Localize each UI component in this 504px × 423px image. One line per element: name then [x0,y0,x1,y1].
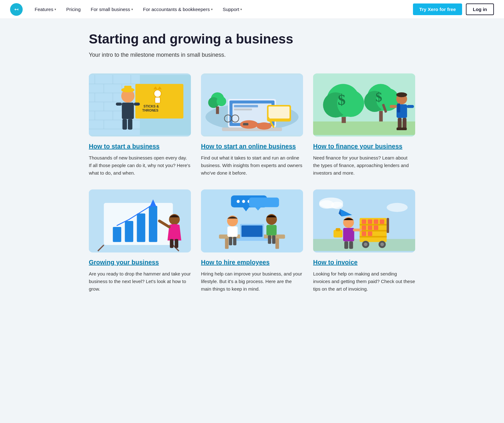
svg-point-53 [256,123,272,130]
main-navigation: Features ▾ Pricing For small business ▾ … [0,0,504,19]
svg-rect-51 [216,107,219,114]
card-link-online-business[interactable]: How to start an online business [201,142,303,150]
card-desc-finance: Need finance for your business? Learn ab… [313,154,415,177]
svg-rect-37 [128,119,132,130]
svg-rect-77 [398,118,402,128]
card-image-finance: $ $ [313,73,415,136]
svg-rect-116 [272,235,275,244]
card-image-growing [89,189,191,252]
card-image-invoice [313,189,415,252]
svg-rect-112 [233,237,236,246]
card-growing: Growing your business Are you ready to d… [89,189,191,293]
svg-rect-128 [368,220,372,224]
card-desc-online-business: Find out what it takes to start and run … [201,154,303,177]
svg-rect-131 [362,226,366,230]
nav-accountants[interactable]: For accountants & bookkeepers ▾ [139,4,217,14]
card-start-business: STICKS & THRONES How to s [89,73,191,177]
svg-rect-74 [397,104,400,113]
svg-rect-79 [397,128,402,130]
svg-rect-32 [124,86,131,90]
xero-logo[interactable] [10,3,23,16]
svg-rect-135 [368,232,372,236]
page-subtitle: Your intro to the milestone moments in s… [89,52,415,58]
svg-rect-147 [349,241,353,249]
nav-small-business[interactable]: For small business ▾ [86,4,137,14]
svg-rect-124 [360,224,387,226]
card-hire: How to hire employees Hiring help can im… [201,189,303,293]
nav-pricing[interactable]: Pricing [62,4,85,14]
card-link-start-business[interactable]: How to start a business [89,142,191,150]
card-desc-growing: Are you ready to drop the hammer and tak… [89,270,191,293]
svg-rect-93 [170,239,173,248]
chevron-down-icon: ▾ [131,8,133,11]
card-invoice: How to invoice Looking for help on makin… [313,189,415,293]
svg-rect-133 [374,226,378,230]
login-button[interactable]: Log in [466,3,494,15]
svg-rect-75 [390,105,397,108]
card-desc-start-business: Thousands of new businesses open every d… [89,154,191,177]
svg-rect-134 [362,232,366,236]
svg-rect-107 [242,226,263,237]
svg-text:$: $ [338,91,346,108]
svg-rect-44 [234,109,252,111]
svg-rect-129 [374,220,378,224]
svg-rect-104 [225,239,228,249]
svg-point-26 [154,90,161,97]
svg-rect-34 [116,103,122,106]
svg-rect-108 [234,239,270,241]
card-image-online-business [201,73,303,136]
svg-rect-130 [380,220,384,224]
card-link-growing[interactable]: Growing your business [89,258,191,266]
svg-rect-111 [229,237,232,246]
nav-features[interactable]: Features ▾ [30,4,60,14]
svg-rect-47 [268,107,289,119]
svg-rect-84 [113,227,121,242]
svg-rect-76 [407,105,414,108]
svg-point-137 [364,243,367,246]
try-xero-button[interactable]: Try Xero for free [413,3,462,15]
svg-rect-94 [175,239,178,248]
svg-text:STICKS &: STICKS & [143,105,159,108]
svg-rect-43 [234,105,258,107]
nav-links: Features ▾ Pricing For small business ▾ … [30,4,413,14]
svg-point-120 [331,202,343,209]
svg-rect-86 [137,213,145,242]
svg-rect-127 [362,220,366,224]
card-image-start-business: STICKS & THRONES [89,73,191,136]
card-link-finance[interactable]: How to finance your business [313,142,415,150]
svg-point-50 [217,97,226,106]
card-image-hire [201,189,303,252]
svg-rect-35 [134,103,140,106]
svg-rect-126 [360,236,387,238]
svg-text:THRONES: THRONES [142,109,158,112]
svg-point-139 [380,243,384,246]
svg-rect-114 [266,225,277,235]
card-desc-invoice: Looking for help on making and sending i… [313,270,415,293]
svg-text:$: $ [375,90,382,104]
card-finance: $ $ [313,73,415,177]
svg-point-98 [237,200,240,203]
chevron-down-icon: ▾ [240,8,242,11]
main-content: Starting and growing a business Your int… [79,19,425,318]
svg-rect-27 [155,97,160,103]
svg-rect-132 [368,226,372,230]
svg-point-121 [387,203,408,212]
svg-rect-80 [401,128,407,130]
card-link-invoice[interactable]: How to invoice [313,258,415,266]
card-link-hire[interactable]: How to hire employees [201,258,303,266]
nav-actions: Try Xero for free Log in [413,3,494,15]
svg-rect-87 [149,206,158,242]
svg-rect-105 [275,239,279,249]
nav-support[interactable]: Support ▾ [218,4,247,14]
svg-rect-85 [125,221,133,242]
svg-rect-54 [243,123,248,125]
cards-grid: STICKS & THRONES How to s [89,73,415,293]
svg-rect-149 [336,229,340,231]
svg-rect-146 [344,241,348,249]
svg-point-99 [242,200,245,203]
chevron-down-icon: ▾ [211,8,213,11]
svg-rect-70 [379,111,383,121]
card-desc-hire: Hiring help can improve your business, a… [201,270,303,293]
svg-rect-144 [343,228,354,241]
svg-rect-140 [387,218,389,233]
